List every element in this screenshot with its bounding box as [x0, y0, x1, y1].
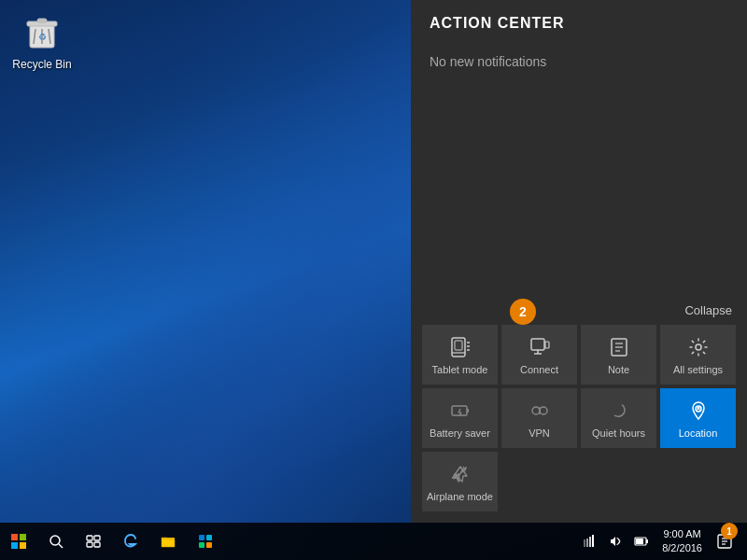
collapse-button[interactable]: Collapse — [681, 301, 736, 319]
svg-rect-42 — [162, 538, 175, 539]
collapse-row: Collapse — [422, 301, 736, 319]
action-center-panel: ACTION CENTER No new notifications Colla… — [411, 0, 747, 523]
svg-rect-23 — [467, 409, 469, 413]
clock-date: 8/2/2016 — [662, 541, 702, 555]
notification-badge-1: 1 — [721, 523, 738, 539]
search-button[interactable] — [37, 523, 75, 560]
battery-tray-icon[interactable] — [628, 523, 655, 560]
svg-rect-53 — [636, 539, 643, 544]
recycle-bin[interactable]: ♻ Recycle Bin — [9, 9, 75, 71]
battery-saver-icon — [450, 400, 471, 424]
svg-rect-40 — [87, 542, 92, 547]
system-tray: 9:00 AM 8/2/2016 1 — [569, 523, 747, 560]
start-button[interactable] — [0, 523, 37, 560]
tile-vpn-label: VPN — [529, 427, 550, 439]
tile-location[interactable]: Location — [660, 388, 736, 448]
svg-rect-50 — [592, 535, 594, 547]
network-tray-icon[interactable] — [576, 523, 602, 560]
quick-tiles-row1: Tablet mode Connect — [422, 325, 736, 385]
tile-vpn[interactable]: VPN — [501, 388, 577, 448]
svg-rect-47 — [584, 539, 585, 547]
airplane-mode-icon — [450, 464, 471, 487]
tile-quiet-hours[interactable]: Quiet hours — [581, 388, 656, 448]
tile-note[interactable]: Note — [581, 325, 656, 385]
note-icon — [609, 337, 629, 360]
clock-time: 9:00 AM — [663, 527, 700, 541]
recycle-bin-label: Recycle Bin — [12, 58, 71, 71]
svg-rect-32 — [11, 534, 18, 540]
notification-badge-2: 2 — [510, 299, 536, 325]
file-explorer-button[interactable] — [149, 523, 187, 560]
svg-point-21 — [696, 344, 701, 350]
tile-connect[interactable]: Connect — [501, 325, 577, 385]
tile-all-settings-label: All settings — [673, 364, 723, 375]
svg-rect-46 — [206, 542, 212, 548]
location-icon — [688, 400, 709, 424]
svg-rect-35 — [20, 542, 26, 549]
svg-rect-39 — [94, 536, 100, 540]
svg-line-37 — [59, 544, 63, 548]
svg-rect-45 — [199, 542, 204, 548]
svg-point-27 — [532, 407, 540, 414]
tile-battery-saver-label: Battery saver — [430, 427, 490, 439]
quick-tiles-row2: Battery saver VPN Quie — [422, 388, 736, 448]
tile-airplane-mode-label: Airplane mode — [427, 491, 493, 502]
taskbar: 9:00 AM 8/2/2016 1 — [0, 523, 747, 560]
svg-rect-9 — [455, 341, 462, 350]
svg-rect-41 — [94, 542, 100, 547]
system-clock[interactable]: 9:00 AM 8/2/2016 — [655, 523, 710, 560]
all-settings-icon — [688, 337, 709, 360]
connect-icon — [529, 337, 550, 360]
svg-rect-48 — [586, 539, 588, 547]
svg-rect-34 — [11, 542, 18, 549]
quick-tiles-row3: Airplane mode — [422, 452, 736, 511]
action-center-title: ACTION CENTER — [430, 15, 565, 31]
empty-tile-4 — [660, 452, 736, 511]
svg-rect-2 — [37, 19, 47, 22]
svg-rect-33 — [20, 534, 26, 540]
action-center-body: No new notifications — [411, 41, 747, 292]
svg-text:♻: ♻ — [38, 32, 47, 42]
edge-browser-button[interactable] — [112, 523, 149, 560]
volume-tray-icon[interactable] — [602, 523, 628, 560]
tablet-mode-icon — [450, 337, 471, 360]
tile-tablet-mode-label: Tablet mode — [432, 364, 488, 375]
tile-note-label: Note — [608, 364, 629, 375]
tile-connect-label: Connect — [520, 364, 558, 375]
action-center-taskbar-button[interactable]: 1 — [710, 523, 740, 560]
svg-rect-43 — [199, 535, 204, 540]
quiet-hours-icon — [609, 400, 629, 424]
tile-all-settings[interactable]: All settings — [660, 325, 736, 385]
svg-rect-52 — [646, 539, 648, 543]
task-view-button[interactable] — [75, 523, 112, 560]
vpn-icon — [529, 400, 550, 424]
action-center-header: ACTION CENTER — [411, 0, 747, 41]
quick-actions-area: Collapse Tablet mode — [411, 292, 747, 523]
tile-battery-saver[interactable]: Battery saver — [422, 388, 498, 448]
tile-airplane-mode[interactable]: Airplane mode — [422, 452, 498, 511]
svg-point-28 — [540, 407, 547, 414]
svg-rect-16 — [545, 342, 549, 348]
tile-location-label: Location — [679, 427, 718, 439]
svg-rect-13 — [531, 339, 544, 350]
no-notifications-text: No new notifications — [430, 54, 728, 69]
tile-tablet-mode[interactable]: Tablet mode — [422, 325, 498, 385]
tile-quiet-hours-label: Quiet hours — [592, 427, 645, 439]
svg-rect-49 — [589, 537, 591, 547]
recycle-bin-icon: ♻ — [20, 9, 64, 54]
svg-point-36 — [50, 536, 60, 545]
svg-rect-44 — [206, 535, 212, 540]
store-button[interactable] — [187, 523, 224, 560]
empty-tile-2 — [501, 452, 577, 511]
empty-tile-3 — [581, 452, 656, 511]
svg-rect-38 — [87, 536, 92, 540]
